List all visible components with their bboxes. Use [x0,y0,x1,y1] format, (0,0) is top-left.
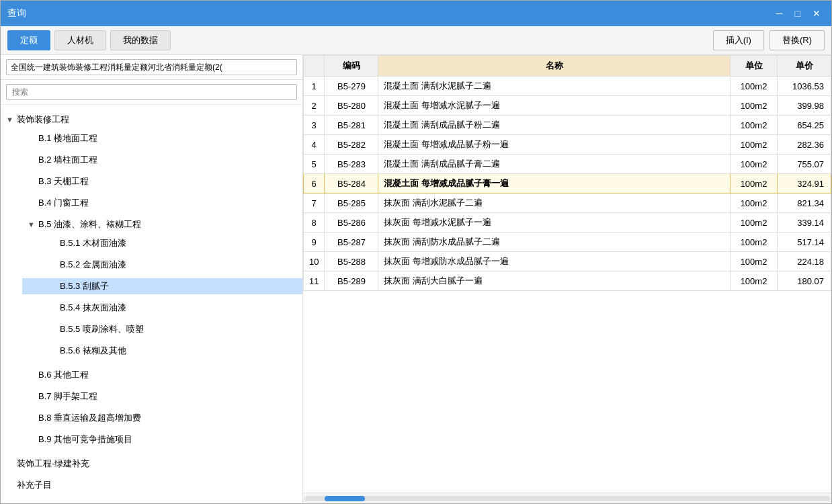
tree-label: B.8 垂直运输及超高增加费 [38,412,141,424]
tree-item[interactable]: B.5.6 裱糊及其他 [22,343,302,359]
tree-toggle-icon[interactable]: ▼ [28,220,37,228]
table-row[interactable]: 8B5-286抹灰面 每增减水泥腻子一遍100m2339.14 [304,213,831,233]
tree-node: ▼B.5 油漆、涂料、裱糊工程B.5.1 木材面油漆B.5.2 金属面油漆B.5… [11,214,302,364]
col-name: 名称 [378,56,731,77]
action-buttons: 插入(I) 替换(R) [713,30,825,50]
cell-num: 1 [304,77,325,96]
tree-item[interactable]: ▼装饰装修工程 [1,112,302,128]
table-wrapper: 编码 名称 单位 单价 1B5-279混凝土面 满刮水泥腻子二遍100m2103… [303,55,831,493]
tree-label: B.5.3 刮腻子 [60,280,109,292]
tree-node: B.5.4 抹灰面油漆 [22,297,302,319]
table-row[interactable]: 4B5-282混凝土面 每增减成品腻子粉一遍100m2282.36 [304,135,831,155]
tab-rencaiji[interactable]: 人材机 [54,30,106,50]
tree-item[interactable]: B.2 墙柱面工程 [11,152,302,168]
tree-item[interactable]: B.8 垂直运输及超高增加费 [11,410,302,426]
tree-item[interactable]: 补充子目 [1,477,302,493]
cell-code: B5-282 [325,135,378,155]
cell-code: B5-280 [325,96,378,116]
cell-unit: 100m2 [731,116,778,135]
tab-dinge[interactable]: 定额 [7,30,50,50]
cell-num: 7 [304,194,325,213]
tree-area: ▼装饰装修工程B.1 楼地面工程B.2 墙柱面工程B.3 天棚工程B.4 门窗工… [1,105,302,503]
cell-unit: 100m2 [731,174,778,194]
replace-button[interactable]: 替换(R) [769,30,825,50]
tree-label: 装饰装修工程 [17,114,69,126]
table-row[interactable]: 6B5-284混凝土面 每增减成品腻子膏一遍100m2324.91 [304,174,831,194]
quota-dropdown[interactable]: 全国统一建筑装饰装修工程消耗量定额河北省消耗量定额(2( [6,59,297,75]
tree-item[interactable]: B.7 脚手架工程 [11,388,302,405]
tree-label: B.3 天棚工程 [38,175,89,187]
cell-name: 混凝土面 满刮成品腻子粉二遍 [378,116,731,135]
search-row [1,80,302,105]
tree-node: B.7 脚手架工程 [11,386,302,407]
table-row[interactable]: 7B5-285抹灰面 满刮水泥腻子二遍100m2821.34 [304,194,831,213]
search-input[interactable] [6,84,297,100]
title-bar: 查询 ─ □ ✕ [1,1,831,26]
tree-label: B.5 油漆、涂料、裱糊工程 [38,218,141,230]
table-row[interactable]: 2B5-280混凝土面 每增减水泥腻子一遍100m2399.98 [304,96,831,116]
tree-item[interactable]: ▼B.5 油漆、涂料、裱糊工程 [11,216,302,233]
right-panel: 编码 名称 单位 单价 1B5-279混凝土面 满刮水泥腻子二遍100m2103… [303,55,831,503]
cell-code: B5-288 [325,252,378,271]
tree-item[interactable]: B.5.5 喷刷涂料、喷塑 [22,321,302,337]
tree-label: B.1 楼地面工程 [38,132,97,144]
table-row[interactable]: 10B5-288抹灰面 每增减防水成品腻子一遍100m2224.18 [304,252,831,271]
table-row[interactable]: 3B5-281混凝土面 满刮成品腻子粉二遍100m2654.25 [304,116,831,135]
cell-num: 6 [304,174,325,194]
tree-children: B.1 楼地面工程B.2 墙柱面工程B.3 天棚工程B.4 门窗工程▼B.5 油… [1,128,302,450]
cell-code: B5-285 [325,194,378,213]
tree-node: B.5.6 裱糊及其他 [22,340,302,362]
cell-price: 399.98 [778,96,831,116]
tree-item[interactable]: B.6 其他工程 [11,367,302,383]
cell-unit: 100m2 [731,233,778,252]
cell-code: B5-284 [325,174,378,194]
cell-price: 517.14 [778,233,831,252]
cell-name: 混凝土面 每增减成品腻子膏一遍 [378,174,731,194]
horizontal-scrollbar[interactable] [303,493,831,503]
tree-node: B.4 门窗工程 [11,192,302,214]
col-price: 单价 [778,56,831,77]
tree-item[interactable]: B.5.3 刮腻子 [22,278,302,294]
cell-num: 8 [304,213,325,233]
cell-price: 1036.53 [778,77,831,96]
tree-item[interactable]: B.5.2 金属面油漆 [22,257,302,273]
tree-item[interactable]: B.4 门窗工程 [11,195,302,211]
maximize-button[interactable]: □ [791,7,804,20]
cell-unit: 100m2 [731,213,778,233]
table-row[interactable]: 5B5-283混凝土面 满刮成品腻子膏二遍100m2755.07 [304,155,831,174]
tree-children: B.5.1 木材面油漆B.5.2 金属面油漆B.5.3 刮腻子B.5.4 抹灰面… [11,233,302,362]
tree-label: 补充子目 [17,479,52,491]
tree-label: B.5.2 金属面油漆 [60,259,126,271]
tree-node: B.5.3 刮腻子 [22,276,302,297]
table-row[interactable]: 11B5-289抹灰面 满刮大白腻子一遍100m2180.07 [304,271,831,291]
tab-wodedata[interactable]: 我的数据 [110,30,171,50]
table-row[interactable]: 9B5-287抹灰面 满刮防水成品腻子二遍100m2517.14 [304,233,831,252]
cell-unit: 100m2 [731,271,778,291]
table-row[interactable]: 1B5-279混凝土面 满刮水泥腻子二遍100m21036.53 [304,77,831,96]
body-area: 全国统一建筑装饰装修工程消耗量定额河北省消耗量定额(2( ▼装饰装修工程B.1 … [1,55,831,503]
col-num [304,56,325,77]
cell-unit: 100m2 [731,194,778,213]
cell-unit: 100m2 [731,155,778,174]
cell-name: 混凝土面 每增减成品腻子粉一遍 [378,135,731,155]
tree-item[interactable]: B.5.4 抹灰面油漆 [22,300,302,316]
close-button[interactable]: ✕ [808,7,825,20]
tree-label: 装饰工程-绿建补充 [17,458,89,470]
cell-num: 11 [304,271,325,291]
tree-item[interactable]: B.1 楼地面工程 [11,130,302,146]
cell-price: 324.91 [778,174,831,194]
tree-item[interactable]: B.9 其他可竞争措施项目 [11,431,302,448]
tree-item[interactable]: B.3 天棚工程 [11,173,302,190]
tree-item[interactable]: B.5.1 木材面油漆 [22,235,302,251]
cell-name: 抹灰面 满刮防水成品腻子二遍 [378,233,731,252]
data-table: 编码 名称 单位 单价 1B5-279混凝土面 满刮水泥腻子二遍100m2103… [303,55,831,291]
cell-name: 混凝土面 满刮成品腻子膏二遍 [378,155,731,174]
cell-price: 755.07 [778,155,831,174]
cell-code: B5-287 [325,233,378,252]
insert-button[interactable]: 插入(I) [713,30,764,50]
cell-name: 混凝土面 每增减水泥腻子一遍 [378,96,731,116]
scrollbar-thumb[interactable] [325,496,365,501]
minimize-button[interactable]: ─ [772,7,787,20]
tree-toggle-icon[interactable]: ▼ [6,116,15,124]
tree-item[interactable]: 装饰工程-绿建补充 [1,456,302,472]
